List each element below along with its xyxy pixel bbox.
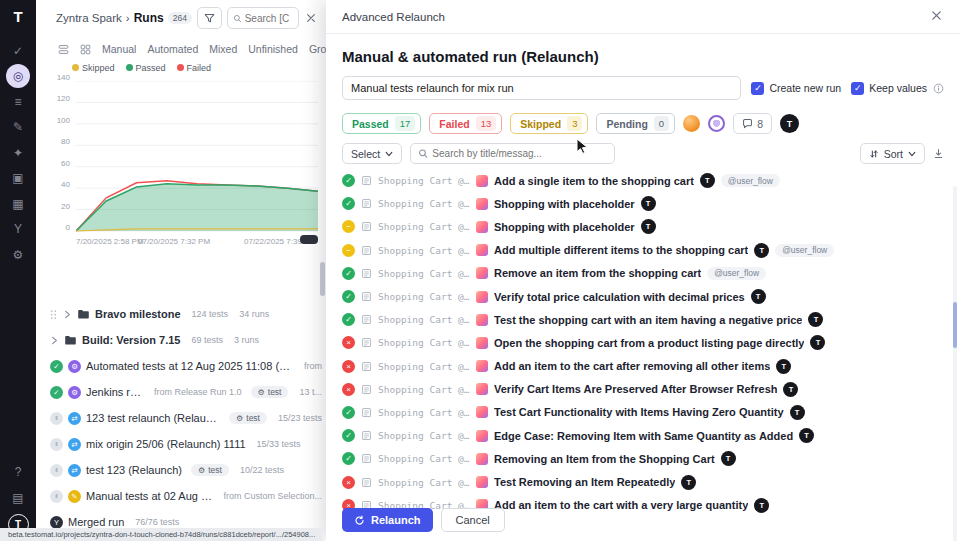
milestone-row[interactable]: Bravo milestone124 tests34 runs bbox=[50, 301, 322, 327]
library-icon[interactable]: ▤ bbox=[6, 486, 30, 510]
mascot-emoji-icon[interactable] bbox=[708, 115, 725, 132]
test-row[interactable]: ×Shopping Cart @…Test Removing an Item R… bbox=[342, 470, 944, 493]
modal-close-icon[interactable] bbox=[929, 8, 944, 25]
calendar-icon bbox=[361, 453, 372, 464]
run-row[interactable]: ‖⇄test 123 (Relaunch)⚙test10/22 tests bbox=[50, 457, 322, 483]
tab-manual[interactable]: Manual bbox=[102, 43, 136, 55]
test-title: Shopping with placeholder bbox=[494, 198, 635, 210]
tests-search-input[interactable] bbox=[432, 148, 607, 159]
test-row[interactable]: ✓Shopping Cart @…Shopping with placehold… bbox=[342, 192, 944, 215]
run-row[interactable]: ‖✎Manual tests at 02 Aug 2025 13:38from … bbox=[50, 483, 322, 509]
export-icon[interactable]: ▣ bbox=[6, 166, 30, 190]
filter-button[interactable] bbox=[197, 7, 222, 29]
calendar-icon bbox=[361, 268, 372, 279]
section-name[interactable]: Runs bbox=[134, 11, 164, 25]
test-row[interactable]: ✓Shopping Cart @…Verify total price calc… bbox=[342, 285, 944, 308]
project-name[interactable]: Zyntra Spark bbox=[56, 12, 122, 24]
run-status-icon: Y bbox=[50, 516, 63, 529]
run-name-row: ✓ Create new run ✓ Keep values bbox=[342, 76, 944, 100]
keep-values-checkbox[interactable]: ✓ Keep values bbox=[851, 82, 944, 95]
sort-button[interactable]: Sort bbox=[860, 143, 925, 164]
suite-label: Shopping Cart @… bbox=[378, 407, 470, 418]
scrollbar-thumb[interactable] bbox=[953, 302, 957, 348]
sort-icon bbox=[869, 149, 879, 159]
chart-scroll-handle[interactable] bbox=[300, 235, 318, 244]
filter-chip-passed[interactable]: Passed17 bbox=[342, 113, 421, 134]
run-title: Manual & automated run (Relaunch) bbox=[342, 48, 944, 65]
test-row[interactable]: ✓Shopping Cart @…Add a single item to th… bbox=[342, 169, 944, 192]
download-icon[interactable] bbox=[933, 148, 944, 159]
test-row[interactable]: ✓Shopping Cart @…Remove an item from the… bbox=[342, 262, 944, 285]
runs-search[interactable] bbox=[227, 7, 299, 29]
comments-filter-chip[interactable]: 8 bbox=[733, 113, 772, 134]
runs-search-input[interactable] bbox=[245, 13, 293, 24]
milestone-row[interactable]: Build: Version 7.1569 tests3 runs bbox=[50, 327, 322, 353]
drag-handle-icon[interactable] bbox=[50, 309, 57, 320]
filter-chip-failed[interactable]: Failed13 bbox=[429, 113, 502, 134]
cat-emoji-icon[interactable] bbox=[683, 115, 700, 132]
run-name-input[interactable] bbox=[342, 76, 741, 100]
test-row[interactable]: −Shopping Cart @…Shopping with placehold… bbox=[342, 215, 944, 238]
modal-footer: Relaunch Cancel bbox=[342, 508, 505, 532]
test-title: Add an item to the cart after removing a… bbox=[494, 360, 770, 372]
test-status-icon: ✓ bbox=[342, 197, 355, 210]
test-row[interactable]: ×Shopping Cart @…Verify Cart Items Are P… bbox=[342, 378, 944, 401]
run-row[interactable]: ‖⇄123 test relaunch (Relaunch)⚙test15/23… bbox=[50, 405, 322, 431]
test-row[interactable]: −Shopping Cart @…Add multiple different … bbox=[342, 239, 944, 262]
test-row[interactable]: ×Shopping Cart @…Open the shopping cart … bbox=[342, 331, 944, 354]
filter-chip-skipped[interactable]: Skipped3 bbox=[510, 113, 588, 134]
test-row[interactable]: ✓Shopping Cart @…Test Cart Functionality… bbox=[342, 401, 944, 424]
suite-label: Shopping Cart @… bbox=[378, 384, 470, 395]
tab-mixed[interactable]: Mixed bbox=[209, 43, 237, 55]
panel-close-icon[interactable] bbox=[304, 7, 318, 29]
test-emoji-icon bbox=[476, 337, 488, 349]
suite-label: Shopping Cart @… bbox=[378, 477, 470, 488]
tasks-icon[interactable]: ✓ bbox=[6, 39, 30, 63]
info-icon[interactable] bbox=[933, 83, 944, 94]
queue-icon[interactable]: ≡ bbox=[6, 90, 30, 114]
test-badge: ⚙test bbox=[229, 412, 267, 424]
test-status-icon: − bbox=[342, 220, 355, 233]
folder-runs-count: 34 runs bbox=[239, 309, 269, 319]
select-dropdown[interactable]: Select bbox=[342, 143, 402, 164]
create-new-run-checkbox[interactable]: ✓ Create new run bbox=[751, 82, 841, 95]
test-badge: ⚙test bbox=[191, 464, 229, 476]
filter-chip-count: 17 bbox=[395, 116, 416, 131]
relaunch-button[interactable]: Relaunch bbox=[342, 508, 433, 532]
test-row[interactable]: ✓Shopping Cart @…Removing an Item from t… bbox=[342, 447, 944, 470]
tab-automated[interactable]: Automated bbox=[147, 43, 198, 55]
settings-icon[interactable]: ⚙ bbox=[6, 243, 30, 267]
modal-header: Advanced Relaunch bbox=[326, 0, 960, 34]
run-row[interactable]: ‖⇄mix origin 25/06 (Relaunch) 111115/33 … bbox=[50, 431, 322, 457]
tests-search[interactable] bbox=[410, 143, 615, 164]
run-name: test 123 (Relaunch) bbox=[86, 464, 182, 476]
assignee-avatar[interactable]: T bbox=[780, 114, 799, 133]
run-status-icon: ‖ bbox=[50, 412, 63, 425]
chevron-right-icon[interactable] bbox=[50, 336, 59, 345]
edit-icon[interactable]: ✎ bbox=[6, 115, 30, 139]
gallery-icon[interactable]: ▦ bbox=[6, 192, 30, 216]
test-row[interactable]: ✓Shopping Cart @…Test the shopping cart … bbox=[342, 308, 944, 331]
cancel-button[interactable]: Cancel bbox=[441, 508, 505, 532]
branch-icon[interactable]: Y bbox=[6, 217, 30, 241]
filter-chip-pending[interactable]: Pending0 bbox=[596, 113, 675, 134]
magic-icon[interactable]: ✦ bbox=[6, 141, 30, 165]
list-view-icon[interactable] bbox=[58, 44, 69, 55]
run-row[interactable]: ✓⚙Jenkins run (Relaunch)from Release Run… bbox=[50, 379, 322, 405]
suite-label: Shopping Cart @… bbox=[378, 361, 470, 372]
test-row[interactable]: ✓Shopping Cart @…Edge Case: Removing Ite… bbox=[342, 424, 944, 447]
panel-scrollbar[interactable] bbox=[320, 262, 325, 296]
help-icon[interactable]: ? bbox=[6, 460, 30, 484]
test-status-icon: ✓ bbox=[342, 406, 355, 419]
runs-icon[interactable]: ◎ bbox=[6, 64, 30, 88]
run-row[interactable]: ✓⚙Automated tests at 12 Aug 2025 11:08 (… bbox=[50, 353, 322, 379]
suite-label: Shopping Cart @… bbox=[378, 245, 470, 256]
app-logo[interactable]: T bbox=[13, 8, 22, 25]
test-row[interactable]: ×Shopping Cart @…Add an item to the cart… bbox=[342, 355, 944, 378]
test-title: Removing an Item from the Shopping Cart bbox=[494, 453, 715, 465]
tests-scrollbar[interactable] bbox=[953, 186, 957, 541]
chevron-right-icon[interactable] bbox=[63, 310, 72, 319]
grid-view-icon[interactable] bbox=[80, 44, 91, 55]
tab-unfinished[interactable]: Unfinished bbox=[248, 43, 298, 55]
test-badge: ⚙test bbox=[251, 386, 289, 398]
